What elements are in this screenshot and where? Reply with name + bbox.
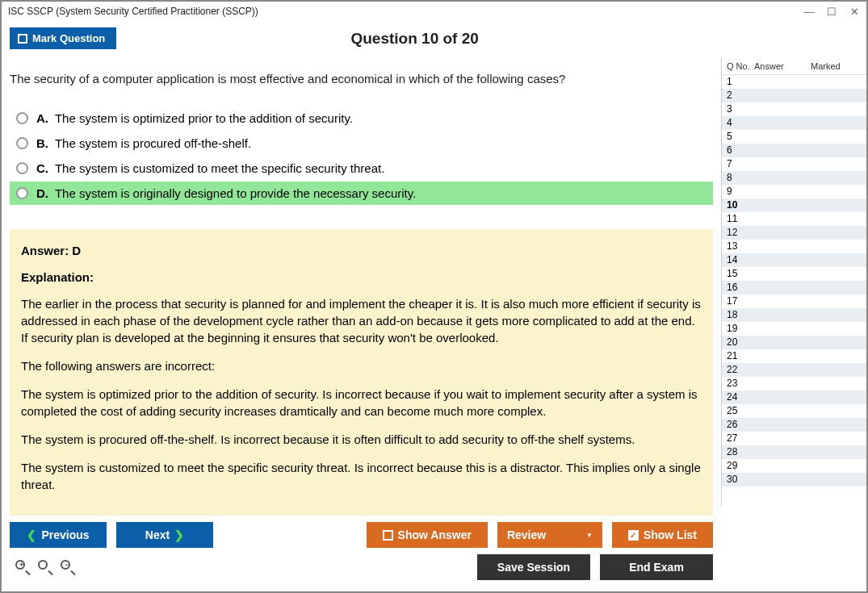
titlebar: ISC SSCP (System Security Certified Prac… bbox=[2, 2, 866, 21]
question-list-row[interactable]: 27 bbox=[722, 432, 866, 445]
question-list-row[interactable]: 21 bbox=[722, 349, 866, 363]
option-B[interactable]: B. The system is procured off-the-shelf. bbox=[10, 132, 713, 155]
question-text: The security of a computer application i… bbox=[10, 70, 713, 87]
question-list-row[interactable]: 5 bbox=[722, 130, 866, 144]
question-list-row[interactable]: 3 bbox=[722, 102, 866, 116]
question-list-row[interactable]: 7 bbox=[722, 157, 866, 171]
chevron-left-icon: ❮ bbox=[27, 528, 36, 541]
question-list-row[interactable]: 20 bbox=[722, 336, 866, 349]
next-button[interactable]: Next ❯ bbox=[116, 522, 213, 548]
question-list-row[interactable]: 2 bbox=[722, 89, 866, 102]
maximize-button[interactable]: ☐ bbox=[826, 6, 837, 18]
option-C[interactable]: C. The system is customized to meet the … bbox=[10, 157, 713, 180]
save-session-button[interactable]: Save Session bbox=[477, 554, 590, 580]
question-list-row[interactable]: 4 bbox=[722, 116, 866, 130]
question-list-row[interactable]: 8 bbox=[722, 171, 866, 185]
question-list-row[interactable]: 23 bbox=[722, 377, 866, 390]
radio-icon bbox=[16, 187, 28, 199]
zoom-out-icon[interactable] bbox=[60, 559, 76, 575]
mark-checkbox-icon bbox=[18, 34, 27, 44]
explanation-paragraph: The earlier in the process that security… bbox=[21, 295, 702, 346]
answer-label: Answer: D bbox=[21, 242, 702, 259]
checkbox-checked-icon bbox=[628, 530, 639, 541]
radio-icon bbox=[16, 112, 28, 124]
show-answer-button[interactable]: Show Answer bbox=[367, 522, 488, 548]
question-list-row[interactable]: 18 bbox=[722, 308, 866, 322]
show-list-button[interactable]: Show List bbox=[612, 522, 713, 548]
question-list-row[interactable]: 15 bbox=[722, 267, 866, 281]
zoom-in-icon[interactable] bbox=[15, 559, 31, 575]
window-controls: — ☐ ✕ bbox=[803, 6, 860, 18]
question-list-row[interactable]: 17 bbox=[722, 294, 866, 308]
option-A[interactable]: A. The system is optimized prior to the … bbox=[10, 106, 713, 130]
answer-panel: Answer: D Explanation: The earlier in th… bbox=[10, 229, 713, 516]
minimize-button[interactable]: — bbox=[803, 6, 815, 18]
question-list-row[interactable]: 6 bbox=[722, 144, 866, 157]
question-list-header: Q No. Answer Marked bbox=[722, 58, 866, 75]
question-list-row[interactable]: 25 bbox=[722, 404, 866, 418]
question-list-row[interactable]: 14 bbox=[722, 253, 866, 267]
explanation-paragraph: The system is customized to meet the spe… bbox=[21, 459, 702, 493]
review-button[interactable]: Review ▼ bbox=[497, 522, 602, 548]
header-qno: Q No. bbox=[723, 61, 754, 71]
question-list-row[interactable]: 10 bbox=[722, 198, 866, 212]
close-button[interactable]: ✕ bbox=[849, 6, 860, 18]
explanation-label: Explanation: bbox=[21, 269, 702, 286]
question-content: The security of a computer application i… bbox=[6, 56, 716, 516]
mark-question-button[interactable]: Mark Question bbox=[10, 27, 116, 49]
question-list-row[interactable]: 28 bbox=[722, 445, 866, 459]
end-exam-button[interactable]: End Exam bbox=[600, 554, 713, 580]
mark-label: Mark Question bbox=[32, 32, 105, 44]
header-answer: Answer bbox=[754, 61, 811, 71]
question-list-row[interactable]: 29 bbox=[722, 459, 866, 473]
previous-button[interactable]: ❮ Previous bbox=[10, 522, 107, 548]
option-D[interactable]: D. The system is originally designed to … bbox=[10, 182, 713, 205]
explanation-paragraph: The following answers are incorrect: bbox=[21, 357, 702, 374]
radio-icon bbox=[16, 162, 28, 174]
question-list-row[interactable]: 1 bbox=[722, 75, 866, 89]
checkbox-icon bbox=[383, 530, 393, 541]
question-list-row[interactable]: 9 bbox=[722, 185, 866, 198]
question-list-row[interactable]: 19 bbox=[722, 322, 866, 336]
zoom-reset-icon[interactable] bbox=[37, 559, 53, 575]
question-list-panel: Q No. Answer Marked 12345678910111213141… bbox=[721, 58, 866, 507]
question-list-row[interactable]: 16 bbox=[722, 281, 866, 294]
question-list-row[interactable]: 12 bbox=[722, 226, 866, 240]
explanation-paragraph: The system is procured off-the-shelf. Is… bbox=[21, 431, 702, 448]
question-list-row[interactable]: 30 bbox=[722, 473, 866, 487]
header-marked: Marked bbox=[811, 61, 865, 71]
chevron-right-icon: ❯ bbox=[174, 528, 184, 541]
question-list-row[interactable]: 11 bbox=[722, 212, 866, 226]
question-list-body[interactable]: 1234567891011121314151617181920212223242… bbox=[722, 75, 866, 507]
question-list-row[interactable]: 24 bbox=[722, 390, 866, 404]
chevron-down-icon: ▼ bbox=[586, 532, 593, 539]
question-list-row[interactable]: 22 bbox=[722, 363, 866, 377]
window-title: ISC SSCP (System Security Certified Prac… bbox=[8, 6, 803, 17]
radio-icon bbox=[16, 137, 28, 149]
question-list-row[interactable]: 13 bbox=[722, 240, 866, 253]
question-list-row[interactable]: 26 bbox=[722, 418, 866, 432]
question-counter: Question 10 of 20 bbox=[116, 30, 713, 48]
explanation-paragraph: The system is optimized prior to the add… bbox=[21, 386, 702, 420]
